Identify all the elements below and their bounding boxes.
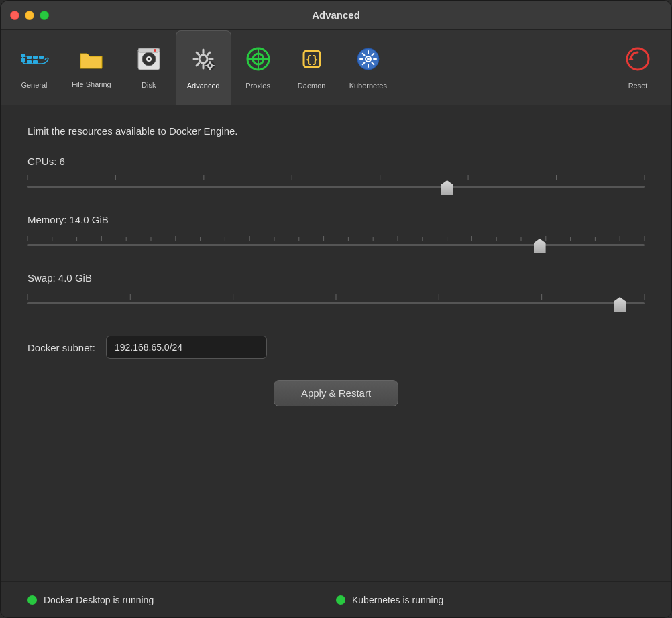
- tab-bar: General File Sharing Disk: [1, 30, 671, 105]
- traffic-lights: [10, 11, 49, 20]
- svg-point-13: [199, 55, 207, 63]
- apply-btn-container: Apply & Restart: [27, 380, 645, 406]
- svg-rect-5: [39, 56, 44, 59]
- tab-kubernetes[interactable]: Kubernetes: [339, 30, 398, 105]
- tab-disk-label: Disk: [142, 81, 156, 89]
- memory-slider-section: Memory: 14.0 GiB: [27, 214, 645, 253]
- tab-disk[interactable]: Disk: [122, 30, 176, 105]
- minimize-button[interactable]: [25, 11, 34, 20]
- tab-kubernetes-label: Kubernetes: [349, 82, 387, 90]
- tab-advanced-label: Advanced: [187, 82, 220, 90]
- tab-daemon[interactable]: {} Daemon: [285, 30, 339, 105]
- svg-line-20: [208, 52, 211, 55]
- subnet-label: Docker subnet:: [27, 342, 95, 353]
- tab-daemon-label: Daemon: [298, 82, 326, 90]
- memory-slider[interactable]: [27, 233, 645, 253]
- section-description: Limit the resources available to Docker …: [27, 125, 645, 137]
- svg-point-12: [154, 49, 156, 52]
- tab-proxies-label: Proxies: [245, 82, 270, 90]
- main-content: Limit the resources available to Docker …: [1, 105, 671, 581]
- disk-icon: [136, 46, 162, 76]
- kubernetes-status-text: Kubernetes is running: [352, 595, 443, 605]
- svg-point-44: [367, 58, 370, 60]
- kubernetes-icon: [355, 46, 382, 76]
- tab-proxies[interactable]: Proxies: [231, 30, 285, 105]
- swap-slider[interactable]: [27, 292, 645, 312]
- window-title: Advanced: [312, 9, 360, 21]
- svg-rect-3: [33, 56, 38, 59]
- reset-icon: [624, 46, 651, 76]
- title-bar: Advanced: [1, 1, 671, 30]
- advanced-icon: [190, 46, 217, 76]
- cpu-slider[interactable]: [27, 175, 645, 195]
- tab-advanced[interactable]: Advanced: [176, 30, 231, 105]
- svg-line-21: [197, 63, 199, 66]
- swap-slider-section: Swap: 4.0 GiB: [27, 272, 645, 312]
- cpu-label: CPUs: 6: [27, 156, 645, 167]
- file-sharing-icon: [78, 47, 105, 75]
- memory-label: Memory: 14.0 GiB: [27, 214, 645, 225]
- general-icon: [19, 46, 49, 76]
- close-button[interactable]: [10, 11, 19, 20]
- svg-point-10: [148, 58, 150, 60]
- tab-file-sharing[interactable]: File Sharing: [61, 30, 122, 105]
- subnet-row: Docker subnet:: [27, 336, 645, 359]
- status-bar: Docker Desktop is running Kubernetes is …: [1, 581, 671, 617]
- cpu-thumb[interactable]: [441, 180, 453, 195]
- kubernetes-status-item: Kubernetes is running: [336, 595, 645, 605]
- tab-reset-label: Reset: [628, 82, 648, 90]
- tab-file-sharing-label: File Sharing: [72, 80, 111, 88]
- svg-rect-1: [27, 56, 32, 59]
- apply-restart-button[interactable]: Apply & Restart: [274, 380, 398, 406]
- swap-label: Swap: 4.0 GiB: [27, 272, 645, 284]
- kubernetes-status-dot: [336, 595, 345, 605]
- tab-general-label: General: [21, 81, 47, 89]
- subnet-input[interactable]: [106, 336, 267, 359]
- daemon-icon: {}: [298, 46, 325, 76]
- svg-marker-46: [628, 56, 634, 60]
- svg-line-18: [197, 52, 199, 55]
- cpu-slider-section: CPUs: 6: [27, 156, 645, 195]
- svg-rect-11: [138, 48, 160, 52]
- tab-general[interactable]: General: [7, 30, 61, 105]
- docker-status-dot: [27, 595, 37, 605]
- tab-reset[interactable]: Reset: [611, 30, 665, 105]
- maximize-button[interactable]: [40, 11, 49, 20]
- proxies-icon: [245, 46, 272, 76]
- svg-text:{}: {}: [305, 53, 318, 66]
- docker-status-text: Docker Desktop is running: [44, 595, 154, 605]
- docker-status-item: Docker Desktop is running: [27, 595, 336, 605]
